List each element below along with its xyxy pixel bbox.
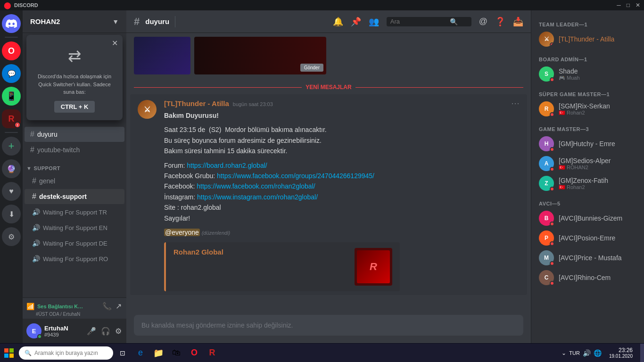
discord-icon[interactable] [2,14,21,33]
deafen-btn[interactable]: 🎧 [100,326,111,337]
members-icon[interactable]: 👥 [369,16,379,27]
opera-icon[interactable]: O [2,41,21,60]
voice-expand-btn[interactable]: ↗ [115,301,123,312]
voice-disconnect-btn[interactable]: 📞 [101,301,113,312]
channel-item-wtro[interactable]: 🔊 Waiting For Support RO [25,251,124,266]
close-btn[interactable]: ✕ [636,2,640,8]
new-messages-divider: YENİ MESAJLAR [126,82,531,92]
member-name-posion: [AVCI]Posion-Emre [559,234,615,242]
forum-link[interactable]: https://board.rohan2.global/ [187,162,267,169]
channel-name-wten: Waiting For Support EN [43,224,107,231]
member-group-board-admin: BOARD ADMİN—1 [539,57,640,62]
member-item-posion[interactable]: P [AVCI]Posion-Emre [535,228,640,248]
channel-item-genel[interactable]: # genel [25,173,124,189]
systray-language: TUR [569,350,580,356]
discover-icon[interactable]: 🔮 [2,159,21,178]
member-name-hutchy: [GM]Hutchy - Emre [559,140,615,148]
member-item-hutchy[interactable]: H [GM]Hutchy - Emre [535,134,640,154]
taskbar-task-view[interactable]: ⊡ [114,344,131,362]
header-actions: 🔔 📌 👥 🔍 @ ❓ 📥 [333,16,523,27]
member-avatar-zenox: Z [539,176,554,191]
taskbar-edge-btn[interactable]: e [132,344,149,362]
qs-description: Discord'da hızlıca dolaşmak için Quick S… [33,73,116,96]
inbox-icon[interactable]: 📥 [513,16,523,27]
search-input[interactable] [390,18,447,25]
help-icon[interactable]: ❓ [495,16,505,27]
member-item-bunnies[interactable]: B [AVCI]Bunnies-Gizem [535,208,640,228]
embed-title[interactable]: Rohan2 Global [173,248,349,256]
fb-link[interactable]: https://www.facebook.com/rohan2global/ [197,182,315,190]
close-qs-btn[interactable]: ✕ [112,39,118,48]
channel-name-wtde: Waiting For Support DE [43,240,107,247]
member-group-team-leader: TEAM LEADER—1 [539,22,640,27]
svg-rect-3 [9,354,14,358]
fb-group-link[interactable]: https://www.facebook.com/groups/24704426… [217,172,374,180]
at-icon[interactable]: @ [479,16,487,26]
user-bar: E ErtuhaN #9439 🎤 🎧 ⚙ [23,319,126,343]
minimize-btn[interactable]: ─ [617,2,621,8]
channel-name-destek: destek-support [39,193,87,200]
taskbar-search-input[interactable] [34,350,105,356]
message-content: [TL]Thunder - Atilla bugün saat 23:03 ⋯ … [164,98,520,291]
download-icon[interactable]: ⬇ [2,205,21,223]
taskbar-explorer-btn[interactable]: 📁 [150,344,167,362]
channel-item-wtde[interactable]: 🔊 Waiting For Support DE [25,236,124,251]
settings-icon[interactable]: ⚙ [2,227,21,246]
mute-btn[interactable]: 🎤 [86,326,97,337]
systray-network[interactable]: 🌐 [594,349,602,357]
voice-bar-title: Ses Bağlantısı Kur... [37,304,84,309]
channel-item-youtube[interactable]: # youtube-twitch [25,142,124,157]
systray-volume[interactable]: 🔊 [583,349,591,357]
member-item-shade[interactable]: S Shade 🎮 Muah [535,64,640,84]
hash-icon2: # [30,146,34,154]
voice-icon3: 🔊 [32,239,40,247]
member-item-rhino[interactable]: C [AVCI]Rhino-Cem [535,268,640,288]
messenger-icon[interactable]: 💬 [2,64,21,83]
settings-btn[interactable]: ⚙ [114,326,123,337]
taskbar-opera-btn[interactable]: O [186,344,203,362]
systray-arrow[interactable]: ⌄ [561,350,566,356]
member-avatar-shade: S [539,66,554,82]
voice-icon1: 🔊 [32,208,40,216]
search-bar[interactable]: 🔍 [387,17,471,26]
rohan-server-icon[interactable]: R ! [2,109,21,128]
channel-item-wten[interactable]: 🔊 Waiting For Support EN [25,220,124,235]
member-name-bunnies: [AVCI]Bunnies-Gizem [559,214,622,222]
channel-item-duyuru[interactable]: # duyuru [25,127,124,142]
bell-icon[interactable]: 🔔 [333,16,343,27]
server-header[interactable]: ROHAN2 ▼ [23,10,126,33]
channel-name: duyuru [37,131,58,138]
voice-bar-sub: #ÜST ODA / ErtuhaN [26,312,123,317]
pin-icon[interactable]: 📌 [351,16,361,27]
new-messages-label: YENİ MESAJLAR [305,84,351,90]
show-desktop-btn[interactable] [640,344,644,362]
add-server-btn[interactable]: + [2,137,21,156]
home-icon[interactable]: ♥ [2,182,21,201]
member-item-rix[interactable]: R [SGM]Rix-Serkan 🇹🇷 Rohan2 [535,99,640,119]
message-input-box: Bu kanalda mesaj gönderme iznine sahip d… [134,315,523,336]
start-btn[interactable] [0,344,18,362]
taskbar-search-bar[interactable]: 🔍 [19,346,113,360]
support-category[interactable]: ▼ SUPPORT [23,158,126,173]
user-discriminator: #9439 [44,332,83,337]
maximize-btn[interactable]: □ [627,2,630,8]
taskbar-store-btn[interactable]: 🛍 [168,344,185,362]
member-item-thunder[interactable]: ⚔ [TL]Thunder - Atilla [535,29,640,49]
svg-rect-0 [4,348,8,353]
member-item-price[interactable]: M [AVCI]Price - Mustafa [535,248,640,268]
voice-connection-bar: 📶 Ses Bağlantısı Kur... 📞 ↗ #ÜST ODA / E… [23,297,126,319]
whatsapp-icon[interactable]: 📱 [2,87,21,106]
qs-shortcut-btn[interactable]: CTRL + K [54,101,95,113]
channel-name2: youtube-twitch [37,146,80,154]
taskbar-time: 23:26 19.01.2020 [609,347,636,359]
search-icon: 🔍 [450,18,458,25]
message-more-btn[interactable]: ⋯ [511,98,520,108]
taskbar-rohan-btn[interactable]: R [204,344,221,362]
instagram-link[interactable]: https://www.instagram.com/rohan2global/ [197,193,318,201]
member-item-zenox[interactable]: Z [GM]Zenox-Fatih 🇹🇷 Rohan2 [535,173,640,193]
member-item-sedios[interactable]: A [GM]Sedios-Alper 🇹🇷 ROHAN2 [535,154,640,173]
channel-item-destek[interactable]: # destek-support [25,189,124,204]
channel-item-wtr[interactable]: 🔊 Waiting For Support TR [25,205,124,220]
channel-list: ✕ ⇄ Discord'da hızlıca dolaşmak için Qui… [23,33,126,297]
message-author[interactable]: [TL]Thunder - Atilla [164,99,229,107]
